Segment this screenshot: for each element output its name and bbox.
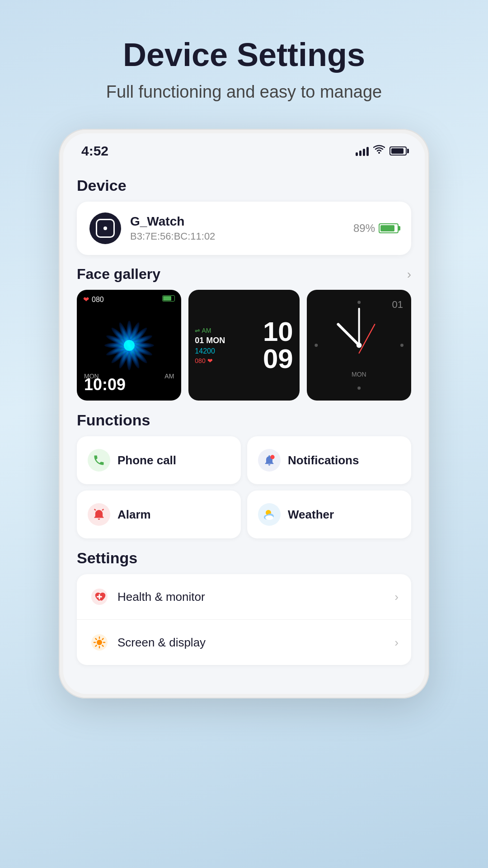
svg-rect-26: [99, 594, 100, 599]
page-title: Device Settings: [123, 36, 365, 73]
settings-screen-left: Screen & display: [89, 632, 206, 652]
flower-svg: [100, 316, 159, 375]
settings-item-screen[interactable]: Screen & display ›: [77, 620, 411, 665]
device-battery-fill: [380, 225, 394, 231]
device-mac: B3:7E:56:BC:11:02: [130, 231, 215, 242]
watch-dot: [103, 226, 107, 230]
weather-icon: [258, 503, 281, 526]
watch-icon: [96, 219, 115, 238]
wf2-steps: 14200: [195, 347, 225, 355]
notifications-label: Notifications: [288, 453, 359, 467]
wf2-left: ⇌ AM 01 MON 14200 080 ❤: [195, 326, 225, 364]
wf1-time: 10:09: [84, 375, 126, 394]
phone-frame: 4:52: [59, 129, 429, 698]
device-card[interactable]: G_Watch B3:7E:56:BC:11:02 89%: [77, 202, 411, 255]
svg-line-33: [96, 639, 97, 640]
svg-point-10: [357, 301, 361, 304]
wf1-bpm: 080: [92, 296, 104, 304]
health-arrow: ›: [394, 590, 399, 604]
wf2-bpm: 080 ❤: [195, 357, 225, 364]
device-avatar: [89, 212, 121, 244]
status-bar: 4:52: [63, 133, 425, 163]
settings-item-health[interactable]: Health & monitor ›: [77, 574, 411, 620]
battery-icon: [389, 146, 407, 156]
face-gallery-arrow[interactable]: ›: [407, 267, 411, 282]
svg-point-11: [400, 344, 404, 347]
svg-point-13: [314, 344, 318, 347]
wifi-icon: [373, 145, 385, 157]
wf2-time: 10 09: [263, 318, 293, 373]
svg-line-16: [359, 324, 375, 353]
function-card-weather[interactable]: Weather: [247, 491, 411, 538]
settings-section-header: Settings: [77, 549, 411, 567]
function-card-phone-call[interactable]: Phone call: [77, 436, 241, 484]
settings-health-left: Health & monitor: [89, 587, 205, 607]
svg-line-35: [102, 639, 103, 640]
watch-face-1[interactable]: ❤ 080 MON AM 10:09: [77, 290, 181, 401]
health-icon: [89, 587, 109, 607]
phone-inner: 4:52: [63, 133, 425, 694]
device-battery-percent: 89%: [353, 222, 375, 235]
wf2-minute: 09: [263, 345, 293, 373]
wf1-battery: [162, 295, 175, 302]
wf2-hour: 10: [263, 318, 293, 345]
face-gallery-title: Face gallery: [77, 266, 160, 283]
screen-arrow: ›: [394, 636, 399, 650]
wf1-ampm: AM: [164, 373, 174, 380]
device-name: G_Watch: [130, 214, 215, 229]
signal-icon: [356, 146, 369, 156]
status-icons: [356, 145, 407, 157]
face-gallery-header: Face gallery ›: [77, 266, 411, 283]
screen-icon: [89, 632, 109, 652]
health-label: Health & monitor: [117, 590, 205, 604]
watch-face-3[interactable]: 01 MON: [307, 290, 411, 401]
weather-label: Weather: [288, 508, 334, 522]
device-left: G_Watch B3:7E:56:BC:11:02: [89, 212, 215, 244]
svg-point-23: [265, 515, 273, 520]
phone-call-icon: [88, 449, 110, 472]
wf2-link-icon: ⇌ AM: [195, 326, 225, 334]
functions-section-header: Functions: [77, 411, 411, 429]
face-gallery-row: ❤ 080 MON AM 10:09 ⇌ AM: [77, 290, 411, 401]
wf3-day: MON: [352, 371, 366, 378]
scroll-content: Device G_Watch B3:7E:56:BC:11:02 89%: [63, 163, 425, 694]
wf3-number: 01: [392, 299, 403, 311]
svg-point-9: [124, 340, 135, 351]
device-info: G_Watch B3:7E:56:BC:11:02: [130, 214, 215, 242]
svg-line-34: [102, 646, 103, 646]
wf1-top: ❤ 080: [83, 295, 104, 304]
svg-point-18: [270, 455, 274, 459]
svg-line-14: [338, 324, 359, 345]
device-battery-icon: [379, 223, 399, 233]
svg-point-0: [378, 152, 380, 154]
screen-label: Screen & display: [117, 636, 206, 650]
functions-grid: Phone call Notifications: [77, 436, 411, 538]
svg-point-28: [97, 640, 102, 645]
svg-line-36: [96, 646, 97, 646]
watch-face-2[interactable]: ⇌ AM 01 MON 14200 080 ❤ 10 09: [188, 290, 299, 401]
function-card-alarm[interactable]: Alarm: [77, 491, 241, 538]
device-battery-indicator: 89%: [353, 222, 399, 235]
alarm-label: Alarm: [117, 508, 151, 522]
phone-call-label: Phone call: [117, 453, 176, 467]
page-subtitle: Full functioning and easy to manage: [106, 82, 382, 102]
wf1-heart-icon: ❤: [83, 295, 89, 304]
svg-point-12: [357, 387, 361, 390]
settings-card: Health & monitor ›: [77, 574, 411, 665]
notifications-icon: [258, 449, 281, 472]
function-card-notifications[interactable]: Notifications: [247, 436, 411, 484]
device-section-header: Device: [77, 177, 411, 194]
alarm-icon: [88, 503, 110, 526]
svg-point-17: [357, 343, 362, 348]
wf2-date: 01 MON: [195, 335, 225, 345]
status-time: 4:52: [81, 143, 108, 159]
